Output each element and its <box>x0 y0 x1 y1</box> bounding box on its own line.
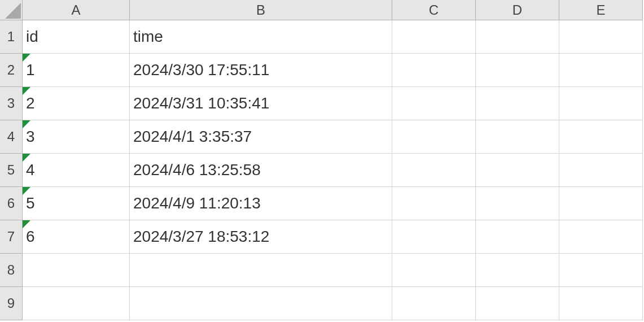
cell-B2[interactable]: 2024/3/30 17:55:11 <box>130 54 392 87</box>
cell-D4[interactable] <box>476 120 559 154</box>
row-header-7[interactable]: 7 <box>0 220 23 254</box>
cell-E1[interactable] <box>559 20 643 54</box>
cell-E3[interactable] <box>559 87 643 120</box>
cell-E5[interactable] <box>559 154 643 187</box>
cell-E6[interactable] <box>559 187 643 220</box>
cell-D5[interactable] <box>476 154 559 187</box>
cell-C9[interactable] <box>392 287 476 320</box>
cell-B5[interactable]: 2024/4/6 13:25:58 <box>130 154 392 187</box>
select-all-corner[interactable] <box>0 0 23 20</box>
cell-E4[interactable] <box>559 120 643 154</box>
cell-A7[interactable]: 6 <box>23 220 130 254</box>
cell-C4[interactable] <box>392 120 476 154</box>
row-header-1[interactable]: 1 <box>0 20 23 54</box>
cell-C7[interactable] <box>392 220 476 254</box>
cell-C3[interactable] <box>392 87 476 120</box>
column-header-C[interactable]: C <box>392 0 476 20</box>
cell-A3[interactable]: 2 <box>23 87 130 120</box>
cell-D9[interactable] <box>476 287 559 320</box>
cell-A8[interactable] <box>23 254 130 287</box>
cell-D8[interactable] <box>476 254 559 287</box>
cell-E8[interactable] <box>559 254 643 287</box>
cell-C2[interactable] <box>392 54 476 87</box>
cell-B1[interactable]: time <box>130 20 392 54</box>
cell-C1[interactable] <box>392 20 476 54</box>
column-header-E[interactable]: E <box>559 0 643 20</box>
cell-A6[interactable]: 5 <box>23 187 130 220</box>
row-header-4[interactable]: 4 <box>0 120 23 154</box>
row-header-5[interactable]: 5 <box>0 154 23 187</box>
cell-A5[interactable]: 4 <box>23 154 130 187</box>
cell-E7[interactable] <box>559 220 643 254</box>
cell-B4[interactable]: 2024/4/1 3:35:37 <box>130 120 392 154</box>
cell-C5[interactable] <box>392 154 476 187</box>
cell-C8[interactable] <box>392 254 476 287</box>
row-header-8[interactable]: 8 <box>0 254 23 287</box>
cell-A9[interactable] <box>23 287 130 320</box>
cell-B8[interactable] <box>130 254 392 287</box>
cell-A1[interactable]: id <box>23 20 130 54</box>
cell-B6[interactable]: 2024/4/9 11:20:13 <box>130 187 392 220</box>
column-header-D[interactable]: D <box>476 0 559 20</box>
spreadsheet-grid: A B C D E 1 id time 2 1 2024/3/30 17:55:… <box>0 0 644 320</box>
row-header-6[interactable]: 6 <box>0 187 23 220</box>
row-header-9[interactable]: 9 <box>0 287 23 320</box>
cell-C6[interactable] <box>392 187 476 220</box>
row-header-2[interactable]: 2 <box>0 54 23 87</box>
cell-D3[interactable] <box>476 87 559 120</box>
cell-B9[interactable] <box>130 287 392 320</box>
row-header-3[interactable]: 3 <box>0 87 23 120</box>
cell-A4[interactable]: 3 <box>23 120 130 154</box>
cell-D2[interactable] <box>476 54 559 87</box>
cell-D1[interactable] <box>476 20 559 54</box>
cell-D6[interactable] <box>476 187 559 220</box>
cell-D7[interactable] <box>476 220 559 254</box>
cell-E2[interactable] <box>559 54 643 87</box>
cell-E9[interactable] <box>559 287 643 320</box>
cell-B7[interactable]: 2024/3/27 18:53:12 <box>130 220 392 254</box>
cell-A2[interactable]: 1 <box>23 54 130 87</box>
column-header-A[interactable]: A <box>23 0 130 20</box>
column-header-B[interactable]: B <box>130 0 392 20</box>
cell-B3[interactable]: 2024/3/31 10:35:41 <box>130 87 392 120</box>
